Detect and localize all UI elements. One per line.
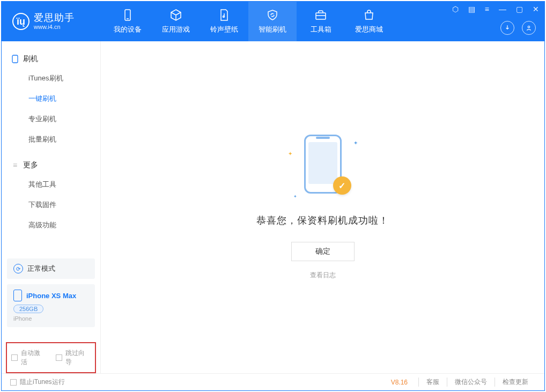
cube-icon — [169, 9, 182, 21]
sidebar-item-other-tools[interactable]: 其他工具 — [2, 174, 100, 195]
body: 刷机 iTunes刷机 一键刷机 专业刷机 批量刷机 ≡ 更多 其他工具 下载固… — [2, 41, 544, 373]
checkbox-label: 自动激活 — [21, 349, 46, 367]
success-illustration: ✦ ✦ ✦ ✓ — [283, 135, 363, 199]
options-box: 自动激活 跳过向导 — [6, 342, 96, 373]
list-icon[interactable]: ▤ — [466, 4, 477, 14]
svg-rect-3 — [316, 13, 326, 19]
nav-store[interactable]: 爱思商城 — [345, 2, 393, 41]
logo-text: 爱思助手 www.i4.cn — [34, 13, 75, 30]
phone-small-icon — [11, 55, 19, 63]
sidebar-item-pro-flash[interactable]: 专业刷机 — [2, 109, 100, 129]
device-panels: ⟳ 正常模式 iPhone XS Max 256GB iPhone — [2, 253, 100, 338]
view-log-link[interactable]: 查看日志 — [310, 271, 336, 280]
device-icon — [121, 9, 134, 21]
maximize-button[interactable]: ▢ — [514, 4, 525, 14]
account-button[interactable] — [522, 21, 536, 35]
sidebar-group-more: ≡ 更多 — [2, 156, 100, 174]
checkbox-auto-activate[interactable]: 自动激活 — [11, 349, 46, 367]
sidebar-scroll: 刷机 iTunes刷机 一键刷机 专业刷机 批量刷机 ≡ 更多 其他工具 下载固… — [2, 41, 100, 253]
nav-label: 铃声壁纸 — [210, 25, 238, 34]
phone-screen-icon — [308, 142, 337, 184]
nav-label: 爱思商城 — [355, 25, 383, 34]
sidebar-item-oneclick-flash[interactable]: 一键刷机 — [2, 88, 100, 109]
logo-area: ïų 爱思助手 www.i4.cn — [2, 13, 104, 30]
footer: 阻止iTunes运行 V8.16 客服 微信公众号 检查更新 — [2, 373, 544, 390]
checkbox-icon — [56, 354, 62, 361]
app-subtitle: www.i4.cn — [34, 24, 75, 30]
sidebar: 刷机 iTunes刷机 一键刷机 专业刷机 批量刷机 ≡ 更多 其他工具 下载固… — [2, 41, 101, 373]
bag-icon — [363, 9, 375, 21]
check-badge-icon: ✓ — [333, 176, 351, 195]
user-icon — [525, 24, 533, 32]
storage-badge: 256GB — [13, 305, 43, 313]
success-message: 恭喜您，保资料刷机成功啦！ — [256, 214, 389, 227]
nav-label: 工具箱 — [311, 25, 331, 34]
nav-apps-games[interactable]: 应用游戏 — [152, 2, 200, 41]
sidebar-item-itunes-flash[interactable]: iTunes刷机 — [2, 68, 100, 88]
header-right — [500, 21, 536, 35]
ok-button[interactable]: 确定 — [291, 242, 355, 261]
footer-link-wechat[interactable]: 微信公众号 — [447, 378, 495, 387]
close-button[interactable]: ✕ — [530, 4, 541, 14]
mode-panel[interactable]: ⟳ 正常模式 — [7, 258, 95, 279]
download-icon — [504, 24, 511, 32]
device-type: iPhone — [13, 315, 88, 322]
svg-point-4 — [528, 26, 530, 28]
sparkle-icon: ✦ — [288, 151, 292, 157]
refresh-shield-icon — [266, 9, 279, 21]
checkbox-label: 跳过向导 — [65, 349, 91, 367]
window-controls: ⬡ ▤ ≡ — ▢ ✕ — [450, 4, 541, 14]
checkbox-icon — [11, 354, 18, 361]
footer-link-update[interactable]: 检查更新 — [495, 378, 536, 387]
group-title: 刷机 — [23, 54, 38, 64]
main-content: ✦ ✦ ✦ ✓ 恭喜您，保资料刷机成功啦！ 确定 查看日志 — [101, 41, 544, 373]
mode-label: 正常模式 — [27, 264, 55, 273]
menu-icon[interactable]: ≡ — [483, 4, 491, 14]
svg-point-2 — [223, 16, 225, 18]
mode-icon: ⟳ — [13, 264, 23, 273]
logo-icon: ïų — [12, 13, 29, 30]
version-label: V8.16 — [391, 379, 408, 386]
phone-outline-icon — [13, 290, 22, 301]
checkbox-skip-guide[interactable]: 跳过向导 — [56, 349, 91, 367]
group-title: 更多 — [23, 160, 38, 170]
header: ïų 爱思助手 www.i4.cn 我的设备 应用游戏 铃声壁纸 智能刷机 — [2, 2, 544, 41]
footer-link-support[interactable]: 客服 — [418, 378, 447, 387]
menu-lines-icon: ≡ — [11, 161, 19, 169]
svg-rect-5 — [12, 55, 18, 63]
minimize-button[interactable]: — — [497, 4, 508, 14]
nav-label: 应用游戏 — [162, 25, 190, 34]
shirt-icon[interactable]: ⬡ — [450, 4, 461, 14]
nav-ringtones-wallpapers[interactable]: 铃声壁纸 — [200, 2, 248, 41]
sidebar-item-advanced[interactable]: 高级功能 — [2, 215, 100, 235]
sidebar-item-batch-flash[interactable]: 批量刷机 — [2, 129, 100, 150]
nav-smart-flash[interactable]: 智能刷机 — [248, 2, 297, 41]
app-title: 爱思助手 — [34, 13, 75, 24]
nav-label: 我的设备 — [114, 25, 142, 34]
sparkle-icon: ✦ — [293, 194, 297, 199]
checkbox-icon — [10, 379, 17, 386]
nav-label: 智能刷机 — [259, 25, 286, 34]
device-name: iPhone XS Max — [26, 292, 76, 300]
toolbox-icon — [314, 9, 327, 21]
checkbox-label: 阻止iTunes运行 — [20, 378, 65, 387]
top-nav: 我的设备 应用游戏 铃声壁纸 智能刷机 工具箱 爱思商城 — [104, 2, 393, 41]
download-button[interactable] — [500, 21, 514, 35]
sidebar-item-download-firmware[interactable]: 下载固件 — [2, 195, 100, 215]
nav-my-device[interactable]: 我的设备 — [104, 2, 152, 41]
app-window: ïų 爱思助手 www.i4.cn 我的设备 应用游戏 铃声壁纸 智能刷机 — [1, 1, 545, 391]
nav-toolbox[interactable]: 工具箱 — [297, 2, 345, 41]
device-panel[interactable]: iPhone XS Max 256GB iPhone — [7, 284, 95, 327]
checkbox-block-itunes[interactable]: 阻止iTunes运行 — [10, 378, 65, 387]
sidebar-group-flash: 刷机 — [2, 50, 100, 68]
sparkle-icon: ✦ — [353, 140, 358, 146]
music-file-icon — [218, 9, 231, 21]
phone-notch-icon — [316, 137, 330, 139]
